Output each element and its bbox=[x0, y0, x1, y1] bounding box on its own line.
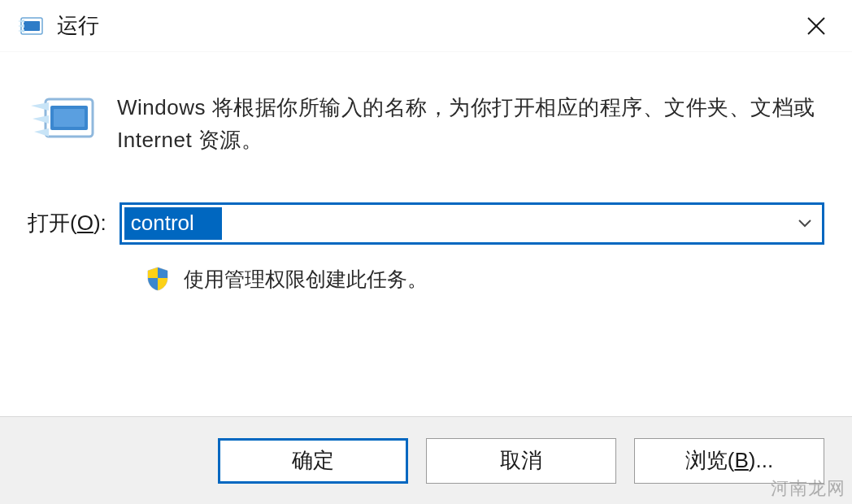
command-input[interactable] bbox=[124, 207, 222, 240]
description-text: Windows 将根据你所输入的名称，为你打开相应的程序、文件夹、文档或 Int… bbox=[117, 91, 824, 157]
run-dialog: 运行 Windows 将根据你所输入的名称，为你打开相应的程序、文件夹、文档或 … bbox=[0, 0, 852, 504]
uac-shield-icon bbox=[145, 266, 171, 292]
description-row: Windows 将根据你所输入的名称，为你打开相应的程序、文件夹、文档或 Int… bbox=[28, 91, 824, 157]
svg-rect-1 bbox=[24, 21, 40, 31]
open-label: 打开(O): bbox=[28, 209, 106, 237]
command-combobox[interactable] bbox=[120, 202, 824, 245]
button-bar: 确定 取消 浏览(B)... bbox=[0, 416, 852, 504]
cancel-button[interactable]: 取消 bbox=[426, 438, 616, 484]
admin-notice-text: 使用管理权限创建此任务。 bbox=[184, 266, 428, 293]
svg-rect-6 bbox=[54, 109, 85, 127]
titlebar: 运行 bbox=[0, 0, 852, 52]
watermark: 河南龙网 bbox=[771, 476, 845, 501]
dialog-title: 运行 bbox=[57, 11, 797, 40]
chevron-down-icon bbox=[797, 219, 813, 228]
input-row: 打开(O): bbox=[28, 202, 824, 245]
admin-notice-row: 使用管理权限创建此任务。 bbox=[28, 266, 824, 293]
dialog-content: Windows 将根据你所输入的名称，为你打开相应的程序、文件夹、文档或 Int… bbox=[0, 52, 852, 416]
run-icon-small bbox=[16, 15, 46, 37]
close-icon bbox=[806, 15, 827, 37]
combobox-dropdown-button[interactable] bbox=[788, 205, 822, 242]
run-icon-large bbox=[28, 91, 101, 148]
ok-button[interactable]: 确定 bbox=[218, 438, 408, 484]
close-button[interactable] bbox=[797, 7, 836, 46]
